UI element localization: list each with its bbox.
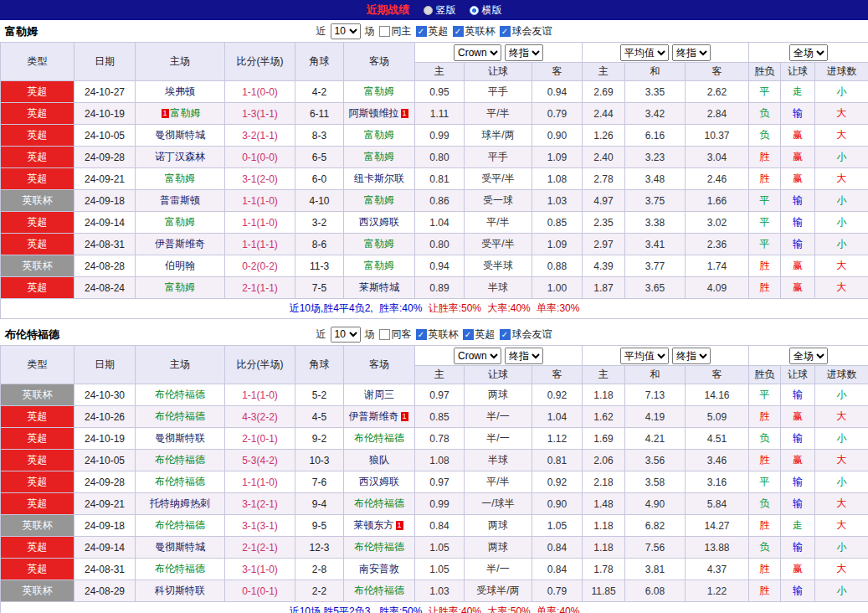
team-name-link[interactable]: 伯明翰 xyxy=(165,260,195,271)
avg-company-select[interactable]: 平均值 xyxy=(620,44,669,61)
corner-count: 4-5 xyxy=(295,406,344,428)
result-handicap: 走 xyxy=(781,515,815,537)
avg-company-select[interactable]: 平均值 xyxy=(620,348,669,364)
team-name-link[interactable]: 布伦特福德 xyxy=(155,389,205,400)
team-name-link[interactable]: 谢周三 xyxy=(364,389,394,400)
filter-checkbox[interactable]: ✓英联杯 xyxy=(453,24,496,39)
handicap-line: 半/一 xyxy=(465,428,532,450)
filter-checkbox[interactable]: ✓英联杯 xyxy=(416,327,459,342)
team-name-link[interactable]: 布伦特福德 xyxy=(155,410,205,422)
away-odds: 1.09 xyxy=(532,234,583,255)
team-name-link[interactable]: 南安普敦 xyxy=(359,563,399,574)
handicap-line: 两球 xyxy=(465,537,532,559)
avg-time-select[interactable]: 终指 xyxy=(672,348,711,364)
home-team: 布伦特福德 xyxy=(136,450,225,471)
team-name-link[interactable]: 富勒姆 xyxy=(364,151,394,162)
odds-controls: Crown终指 xyxy=(415,346,583,366)
filter-checkbox[interactable]: ✓英超 xyxy=(416,24,449,39)
team-name-link[interactable]: 西汉姆联 xyxy=(359,476,399,487)
team-name-link[interactable]: 曼彻斯特城 xyxy=(155,541,205,553)
summary-segment: 胜率:50% xyxy=(379,605,425,613)
layout-radio-vertical[interactable]: 竖版 xyxy=(424,3,456,18)
result-goals: 小 xyxy=(815,537,868,559)
filter-checkbox[interactable]: 同客 xyxy=(379,327,412,342)
home-odds: 0.95 xyxy=(415,81,465,103)
team-name-link[interactable]: 伊普斯维奇 xyxy=(349,410,399,422)
layout-radio-horizontal[interactable]: 横版 xyxy=(470,3,502,18)
avg-time-select[interactable]: 终指 xyxy=(672,44,711,61)
scope-select[interactable]: 全场 xyxy=(789,348,828,364)
team-name-link[interactable]: 布伦特福德 xyxy=(354,432,404,444)
match-row: 英超24-09-28布伦特福德1-1(1-0)7-6西汉姆联0.97平/半0.9… xyxy=(1,471,868,493)
summary-segment: 单率:40% xyxy=(537,605,579,613)
team-name-link[interactable]: 富勒姆 xyxy=(364,260,394,271)
team-name-link[interactable]: 富勒姆 xyxy=(364,85,394,97)
checkbox-icon: ✓ xyxy=(453,26,464,37)
avg-home: 1.69 xyxy=(583,428,625,450)
team-name-link[interactable]: 伊普斯维奇 xyxy=(155,238,205,250)
checkbox-icon xyxy=(379,26,390,37)
result-handicap: 赢 xyxy=(781,147,815,168)
team-name-link[interactable]: 布伦特福德 xyxy=(155,454,205,466)
team-name-link[interactable]: 布伦特福德 xyxy=(155,519,205,531)
team-name-link[interactable]: 曼彻斯特城 xyxy=(155,129,205,141)
filter-checkbox[interactable]: 同主 xyxy=(379,24,412,39)
recent-count-select[interactable]: 10 xyxy=(331,23,361,39)
filter-checkbox[interactable]: ✓英超 xyxy=(463,327,496,342)
team-name-link[interactable]: 布伦特福德 xyxy=(354,541,404,553)
team-name-link[interactable]: 布伦特福德 xyxy=(155,563,205,574)
home-team: 曼彻斯特联 xyxy=(136,428,225,450)
team-name-link[interactable]: 托特纳姆热刺 xyxy=(150,497,210,509)
match-date: 24-10-05 xyxy=(74,125,136,147)
team-name-link[interactable]: 普雷斯顿 xyxy=(160,194,200,206)
team-name-link[interactable]: 阿斯顿维拉 xyxy=(349,107,399,119)
corner-count: 8-3 xyxy=(295,125,344,147)
team-name-link[interactable]: 富勒姆 xyxy=(171,107,201,119)
team-name-link[interactable]: 富勒姆 xyxy=(364,238,394,250)
result-outcome: 胜 xyxy=(749,580,781,602)
odds-company-select[interactable]: Crown xyxy=(454,44,501,61)
away-team: 纽卡斯尔联 xyxy=(344,168,415,190)
top-bar: 近期战绩 竖版 横版 xyxy=(0,0,868,20)
home-odds: 1.08 xyxy=(415,450,465,471)
home-team: 伊普斯维奇 xyxy=(136,234,225,255)
team-name-link[interactable]: 布伦特福德 xyxy=(155,476,205,487)
team-name-link[interactable]: 富勒姆 xyxy=(165,281,195,293)
team-name-link[interactable]: 莱顿东方 xyxy=(354,519,394,531)
filter-checkbox[interactable]: ✓球会友谊 xyxy=(500,24,552,39)
league-cell: 英联杯 xyxy=(1,515,74,537)
away-odds: 0.84 xyxy=(532,559,583,580)
team-name-link[interactable]: 纽卡斯尔联 xyxy=(354,173,404,184)
team-name-link[interactable]: 布伦特福德 xyxy=(354,497,404,509)
team-name-link[interactable]: 富勒姆 xyxy=(165,216,195,228)
team-name-link[interactable]: 富勒姆 xyxy=(165,173,195,184)
filter-prefix-label: 近 xyxy=(316,24,326,39)
team-name-link[interactable]: 富勒姆 xyxy=(364,194,394,206)
league-cell: 英联杯 xyxy=(1,255,74,277)
team-name-link[interactable]: 莱斯特城 xyxy=(359,281,399,293)
col-header-score: 比分(半场) xyxy=(225,43,295,81)
team-name-link[interactable]: 狼队 xyxy=(369,454,389,466)
away-team: 莱斯特城 xyxy=(344,277,415,299)
checkbox-label: 英联杯 xyxy=(429,327,459,342)
team-name-link[interactable]: 诺丁汉森林 xyxy=(155,151,205,162)
result-goals: 大 xyxy=(815,168,868,190)
team-name-link[interactable]: 富勒姆 xyxy=(364,129,394,141)
corner-count: 2-8 xyxy=(295,559,344,580)
result-goals: 大 xyxy=(815,515,868,537)
team-name-link[interactable]: 埃弗顿 xyxy=(165,85,195,97)
team-name-link[interactable]: 西汉姆联 xyxy=(359,216,399,228)
team-name-link[interactable]: 布伦特福德 xyxy=(354,585,404,596)
scope-select[interactable]: 全场 xyxy=(789,44,828,61)
odds-time-select[interactable]: 终指 xyxy=(505,348,543,364)
filter-checkbox[interactable]: ✓球会友谊 xyxy=(500,327,552,342)
team-name-link[interactable]: 曼彻斯特联 xyxy=(155,432,205,444)
recent-count-select[interactable]: 10 xyxy=(331,327,361,343)
odds-time-select[interactable]: 终指 xyxy=(505,44,543,61)
team-section-brentford: 布伦特福德 近10场同客✓英联杯✓英超✓球会友谊 类型 日期 主场 比分(半场)… xyxy=(0,323,868,613)
away-odds: 0.88 xyxy=(532,255,583,277)
match-score: 3-1(3-1) xyxy=(225,515,295,537)
odds-company-select[interactable]: Crown xyxy=(454,348,501,364)
result-outcome: 平 xyxy=(749,234,781,255)
team-name-link[interactable]: 科切斯特联 xyxy=(155,585,205,596)
